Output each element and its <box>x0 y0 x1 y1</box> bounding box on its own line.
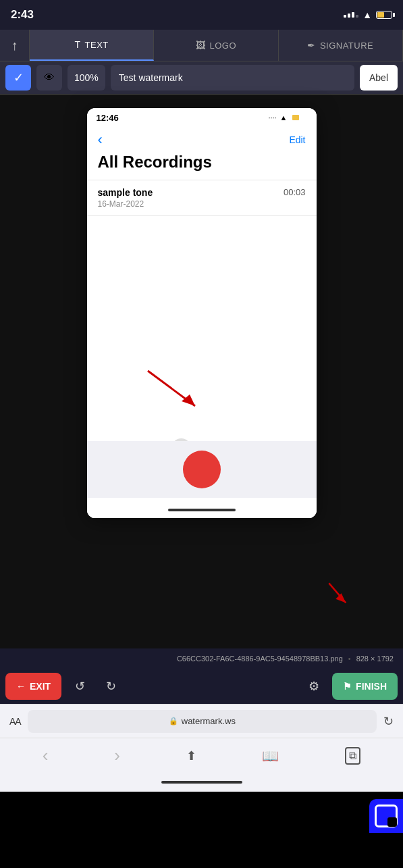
status-time: 2:43 <box>11 8 34 22</box>
phone-battery-icon <box>291 113 307 122</box>
opacity-value: 100% <box>74 72 99 83</box>
exit-label: EXIT <box>30 681 51 692</box>
finish-button[interactable]: ⚑ FINISH <box>332 673 398 700</box>
filename-text: C66CC302-FA6C-4886-9AC5-94548978BB13.png <box>177 655 343 663</box>
recording-name: sample tone <box>98 187 153 198</box>
browser-bookmarks-button[interactable]: 📖 <box>262 748 279 764</box>
red-arrow-indicator <box>134 364 215 418</box>
phone-edit-button[interactable]: Edit <box>289 134 305 145</box>
browser-share-button[interactable]: ⬆ <box>186 748 196 763</box>
redo-icon: ↻ <box>106 679 116 694</box>
browser-address-bar[interactable]: 🔒 watermark.ws <box>28 710 377 733</box>
watermark-text-value: Test watermark <box>119 72 183 83</box>
watermark-text-input[interactable]: Test watermark <box>111 65 354 91</box>
tab-bar: ↑ T TEXT 🖼 LOGO ✒ SIGNATURE <box>0 30 403 61</box>
phone-wifi-icon: ▲ <box>280 113 288 122</box>
text-tab-icon: T <box>75 39 81 50</box>
exit-arrow-icon: ← <box>16 681 26 692</box>
dimensions-text: 828 × 1792 <box>356 655 394 663</box>
phone-signal-icon: ···· <box>268 113 276 122</box>
tab-text-label: TEXT <box>85 40 109 50</box>
opacity-control[interactable]: 100% <box>68 65 105 91</box>
record-button[interactable] <box>183 451 221 488</box>
browser-tabs-button[interactable]: ⧉ <box>345 747 360 765</box>
svg-marker-1 <box>182 394 195 406</box>
action-bar: ← EXIT ↺ ↻ ⚙ ⚑ FINISH <box>0 669 403 704</box>
status-icons: ▲ <box>344 9 392 20</box>
exit-button[interactable]: ← EXIT <box>5 673 61 700</box>
phone-page-title: All Recordings <box>98 153 306 172</box>
status-bar: 2:43 ▲ <box>0 0 403 30</box>
logo-tab-icon: 🖼 <box>196 40 206 51</box>
phone-back-button[interactable]: ‹ <box>98 131 103 149</box>
tab-back-button[interactable]: ↑ <box>0 30 30 61</box>
signature-tab-icon: ✒ <box>307 40 316 51</box>
undo-button[interactable]: ↺ <box>67 673 92 699</box>
wifi-icon: ▲ <box>362 9 372 20</box>
browser-aa-button[interactable]: AA <box>9 716 21 727</box>
phone-home-indicator <box>87 502 317 518</box>
svg-line-0 <box>148 371 195 406</box>
browser-refresh-button[interactable]: ↻ <box>383 714 394 729</box>
undo-icon: ↺ <box>75 679 85 694</box>
recording-duration: 00:03 <box>284 187 306 197</box>
visibility-button[interactable]: 👁 <box>36 65 62 91</box>
info-separator: • <box>348 655 351 663</box>
phone-nav: ‹ Edit <box>98 131 306 149</box>
preview-area: 12:46 ···· ▲ ‹ Edit All Recordings sampl… <box>0 95 403 648</box>
browser-back-button[interactable]: ‹ <box>43 745 49 766</box>
browser-url-bar: AA 🔒 watermark.ws ↻ <box>0 704 403 738</box>
browser-forward-button[interactable]: › <box>114 745 120 766</box>
phone-status-bar: 12:46 ···· ▲ <box>87 108 317 127</box>
phone-time: 12:46 <box>97 113 119 123</box>
battery-icon <box>376 11 392 19</box>
recording-date: 16-Mar-2022 <box>98 199 153 209</box>
phone-app-header: ‹ Edit All Recordings <box>87 127 317 180</box>
recording-info: sample tone 16-Mar-2022 <box>98 187 153 209</box>
bottom-home-indicator <box>0 773 403 792</box>
finish-flag-icon: ⚑ <box>343 681 352 692</box>
finish-label: FINISH <box>356 681 387 692</box>
eye-icon: 👁 <box>44 72 55 84</box>
svg-marker-3 <box>335 593 346 603</box>
signal-icon <box>344 12 358 18</box>
record-button-area <box>87 441 317 498</box>
phone-mockup: 12:46 ···· ▲ ‹ Edit All Recordings sampl… <box>87 108 317 518</box>
grd-icon[interactable] <box>369 799 403 833</box>
grd-icon-graphic <box>375 805 398 827</box>
back-arrow-icon: ↑ <box>11 38 18 53</box>
info-bar: C66CC302-FA6C-4886-9AC5-94548978BB13.png… <box>0 648 403 669</box>
browser-nav-bar: ‹ › ⬆ 📖 ⧉ <box>0 738 403 773</box>
browser-url-text: watermark.ws <box>182 716 236 726</box>
lock-icon: 🔒 <box>169 717 178 725</box>
toolbar: ✓ 👁 100% Test watermark Abel <box>0 61 403 95</box>
check-icon: ✓ <box>14 70 24 85</box>
tab-signature[interactable]: ✒ SIGNATURE <box>279 30 403 61</box>
tab-logo[interactable]: 🖼 LOGO <box>154 30 278 61</box>
svg-line-2 <box>329 583 346 603</box>
phone-body: sample tone 16-Mar-2022 00:03 ✕ Test wat… <box>87 180 317 518</box>
confirm-button[interactable]: ✓ <box>5 65 31 91</box>
home-bar <box>168 509 236 511</box>
redo-button[interactable]: ↻ <box>98 673 124 699</box>
settings-button[interactable]: ⚙ <box>301 673 327 699</box>
tab-logo-label: LOGO <box>209 41 236 51</box>
phone-status-icons: ···· ▲ <box>268 113 306 122</box>
finish-arrow-indicator <box>323 578 357 611</box>
tab-signature-label: SIGNATURE <box>320 41 373 51</box>
settings-icon: ⚙ <box>308 679 319 694</box>
recording-list-item[interactable]: sample tone 16-Mar-2022 00:03 <box>87 180 317 216</box>
bottom-home-bar <box>161 781 242 784</box>
name-button[interactable]: Abel <box>360 65 398 91</box>
name-label: Abel <box>369 72 388 83</box>
tab-text[interactable]: T TEXT <box>30 30 154 61</box>
